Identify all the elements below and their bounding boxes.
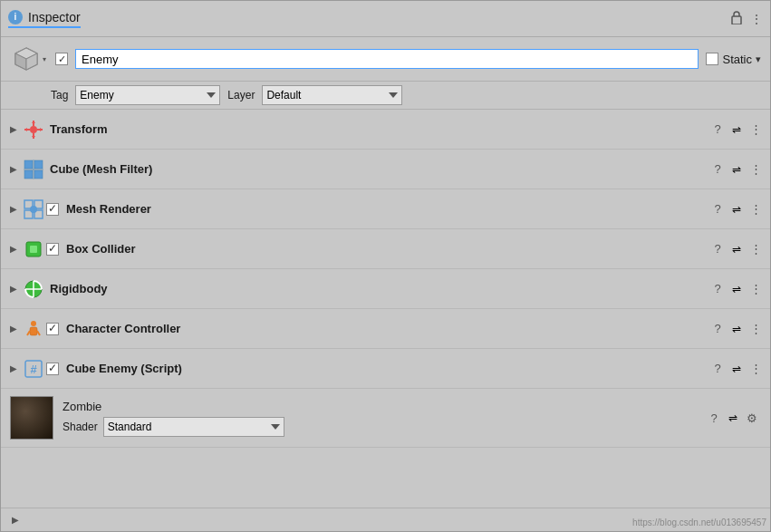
expand-arrow-transform[interactable]: ▶ [6,122,21,137]
expand-arrow-box-collider[interactable]: ▶ [6,242,21,256]
object-active-checkbox[interactable] [55,53,68,65]
script-icon: # [21,356,46,382]
svg-rect-15 [34,160,43,169]
svg-rect-17 [34,170,43,179]
svg-marker-10 [32,121,35,123]
expand-arrow-mesh-renderer[interactable]: ▶ [6,202,21,217]
object-name-input[interactable] [75,49,699,69]
shader-select[interactable]: Standard Unlit/Color Mobile/Diffuse [103,417,284,437]
svg-rect-31 [30,327,37,335]
tag-label: Tag [51,89,68,102]
mesh-renderer-actions: ? ⇌ ⋮ [708,200,765,218]
shader-label: Shader [63,421,98,433]
component-row: ▶ Rigidbody ? ⇌ ⋮ [1,269,770,309]
help-icon-rigidbody[interactable]: ? [708,280,727,298]
menu-icon-transform[interactable]: ⋮ [747,121,765,139]
material-info: Zombie Shader Standard Unlit/Color Mobil… [63,400,696,437]
help-icon-material[interactable]: ? [705,409,723,427]
layer-select[interactable]: Default UI Ignore Raycast [262,85,402,105]
material-name: Zombie [63,400,696,413]
transform-actions: ? ⇌ ⋮ [708,121,765,139]
info-icon: i [8,10,23,24]
object-header: ▾ Static ▾ [1,37,770,82]
lock-icon[interactable] [730,10,743,27]
rigidbody-actions: ? ⇌ ⋮ [708,280,765,298]
menu-icon-char-controller[interactable]: ⋮ [747,320,765,338]
help-icon-char-controller[interactable]: ? [708,320,727,338]
script-checkbox[interactable] [46,363,59,375]
char-controller-name: Character Controller [63,322,708,335]
svg-text:#: # [30,363,37,376]
menu-icon-box-collider[interactable]: ⋮ [747,240,765,258]
shader-row: Shader Standard Unlit/Color Mobile/Diffu… [63,417,696,437]
tag-layer-row: Tag Enemy Untagged Player Layer Default … [1,82,770,110]
material-row: Zombie Shader Standard Unlit/Color Mobil… [1,389,770,448]
help-icon-script[interactable]: ? [708,360,727,378]
help-icon-mesh-renderer[interactable]: ? [708,200,727,218]
menu-icon-script[interactable]: ⋮ [747,360,765,378]
static-checkbox[interactable] [706,53,718,65]
expand-arrow-rigidbody[interactable]: ▶ [6,282,21,296]
transform-name: Transform [46,122,708,136]
svg-line-33 [37,331,40,335]
expand-arrow-char-controller[interactable]: ▶ [6,322,21,336]
svg-marker-11 [32,136,35,139]
component-row: ▶ Cube (Mesh Filter) ? ⇌ ⋮ [1,150,770,189]
rigidbody-name: Rigidbody [46,282,708,295]
cube-icon [13,45,40,73]
menu-icon-mesh-filter[interactable]: ⋮ [747,160,765,179]
svg-rect-0 [732,16,741,24]
script-actions: ? ⇌ ⋮ [708,360,765,378]
menu-dots-icon[interactable]: ⋮ [750,12,763,26]
svg-marker-12 [24,128,27,131]
window-title: Inspector [28,10,81,24]
svg-rect-26 [30,246,37,253]
components-list: ▶ Transform ? ⇌ ⋮ ▶ Cube (Mesh Filter) ?… [1,110,770,508]
help-icon-box-collider[interactable]: ? [708,240,727,258]
static-dropdown-button[interactable]: ▾ [756,53,761,65]
transform-icon [21,117,46,142]
component-row: ▶ Transform ? ⇌ ⋮ [1,110,770,150]
material-thumbnail [10,396,53,440]
settings-icon-rigidbody[interactable]: ⇌ [732,283,741,295]
static-label: Static [722,53,752,66]
settings-icon-mesh-renderer[interactable]: ⇌ [732,203,741,216]
rigidbody-icon [21,276,46,302]
svg-marker-13 [40,128,43,131]
bottom-expand-arrow[interactable]: ▶ [8,513,23,527]
expand-arrow-script[interactable]: ▶ [6,362,21,376]
settings-icon-script[interactable]: ⇌ [732,363,741,375]
help-icon-mesh-filter[interactable]: ? [708,160,727,179]
static-group: Static ▾ [706,53,761,66]
char-controller-icon [21,316,46,342]
help-icon-transform[interactable]: ? [708,121,727,139]
svg-line-32 [27,331,30,335]
svg-point-5 [30,126,37,133]
watermark: https://blog.csdn.net/u013695457 [632,517,766,527]
material-thumb-inner [11,396,53,440]
object-icon [10,43,43,75]
mesh-filter-icon [21,157,46,182]
settings-icon-char-controller[interactable]: ⇌ [732,323,741,335]
settings-icon-mesh-filter[interactable]: ⇌ [732,163,741,176]
char-controller-checkbox[interactable] [46,323,59,335]
expand-arrow-mesh-filter[interactable]: ▶ [6,162,21,177]
settings-icon-transform[interactable]: ⇌ [732,123,741,136]
box-collider-checkbox[interactable] [46,243,59,256]
menu-icon-rigidbody[interactable]: ⋮ [747,280,765,298]
component-row: ▶ # Cube Enemy (Script) ? ⇌ ⋮ [1,349,770,389]
settings-icon-box-collider[interactable]: ⇌ [732,243,741,256]
menu-icon-material[interactable]: ⚙ [743,409,761,427]
layer-label: Layer [227,89,255,102]
component-row: ▶ Character Controller ? ⇌ ⋮ [1,309,770,349]
tag-select[interactable]: Enemy Untagged Player [75,85,220,105]
mesh-renderer-name: Mesh Renderer [63,202,708,216]
mesh-renderer-icon [21,197,46,222]
box-collider-icon [21,237,46,262]
svg-rect-14 [24,160,33,169]
svg-point-30 [31,321,36,326]
menu-icon-mesh-renderer[interactable]: ⋮ [747,200,765,218]
mesh-renderer-checkbox[interactable] [46,203,59,216]
mesh-filter-name: Cube (Mesh Filter) [46,162,708,176]
settings-icon-material[interactable]: ⇌ [728,411,737,424]
